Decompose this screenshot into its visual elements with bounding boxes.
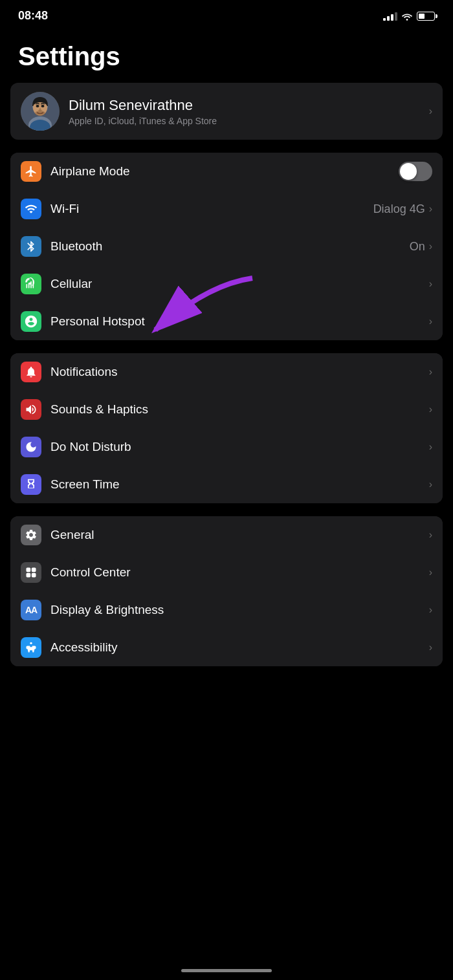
airplane-mode-toggle[interactable] [399, 162, 432, 181]
cellular-label: Cellular [50, 277, 92, 291]
svg-rect-13 [27, 568, 31, 572]
controlcenter-label: Control Center [50, 565, 131, 580]
svg-rect-10 [28, 283, 30, 288]
hotspot-row[interactable]: Personal Hotspot › [10, 303, 443, 340]
controlcenter-icon [21, 562, 41, 583]
profile-row[interactable]: Dilum Senevirathne Apple ID, iCloud, iTu… [10, 83, 443, 140]
airplane-mode-content: Airplane Mode [50, 162, 432, 181]
wifi-icon [21, 199, 41, 219]
page-title: Settings [18, 42, 435, 71]
sounds-chevron-icon: › [429, 404, 432, 415]
accessibility-label: Accessibility [50, 640, 117, 655]
notifications-label: Notifications [50, 365, 118, 379]
cellular-icon [21, 274, 41, 294]
screentime-content: Screen Time › [50, 477, 432, 492]
controlcenter-content: Control Center › [50, 565, 432, 580]
svg-rect-11 [30, 281, 32, 289]
hotspot-right: › [429, 316, 432, 327]
bluetooth-label: Bluetooth [50, 239, 102, 254]
svg-rect-9 [27, 284, 28, 289]
wifi-content: Wi-Fi Dialog 4G › [50, 202, 432, 216]
donotdisturb-icon [21, 437, 41, 457]
general-row[interactable]: General › [10, 516, 443, 554]
hotspot-label: Personal Hotspot [50, 314, 145, 329]
svg-point-5 [36, 105, 39, 107]
airplane-mode-row[interactable]: Airplane Mode [10, 153, 443, 190]
profile-section[interactable]: Dilum Senevirathne Apple ID, iCloud, iTu… [10, 83, 443, 140]
svg-rect-16 [32, 573, 36, 578]
accessibility-chevron-icon: › [429, 642, 432, 653]
cellular-content: Cellular › [50, 277, 432, 291]
donotdisturb-row[interactable]: Do Not Disturb › [10, 428, 443, 466]
battery-icon [417, 12, 435, 21]
profile-subtitle: Apple ID, iCloud, iTunes & App Store [69, 116, 429, 126]
notifications-chevron-icon: › [429, 366, 432, 378]
notifications-row[interactable]: Notifications › [10, 353, 443, 391]
wifi-status-icon [401, 12, 413, 21]
svg-rect-15 [27, 573, 31, 578]
status-bar: 08:48 [0, 0, 453, 29]
wifi-row[interactable]: Wi-Fi Dialog 4G › [10, 190, 443, 228]
controlcenter-chevron-icon: › [429, 567, 432, 578]
donotdisturb-chevron-icon: › [429, 441, 432, 453]
displaybrightness-content: Display & Brightness › [50, 603, 432, 617]
avatar [21, 92, 60, 131]
screentime-row[interactable]: Screen Time › [10, 466, 443, 503]
svg-rect-12 [33, 279, 34, 288]
cellular-row[interactable]: Cellular › [10, 265, 443, 303]
svg-rect-14 [32, 568, 36, 572]
svg-point-17 [30, 642, 32, 644]
accessibility-icon [21, 637, 41, 658]
wifi-value: Dialog 4G [373, 202, 425, 216]
sounds-content: Sounds & Haptics › [50, 402, 432, 417]
profile-name: Dilum Senevirathne [69, 97, 429, 114]
bluetooth-right: On › [410, 240, 432, 254]
home-indicator [181, 969, 272, 972]
status-time: 08:48 [18, 9, 48, 23]
screentime-chevron-icon: › [429, 479, 432, 490]
general-icon [21, 525, 41, 545]
status-icons [383, 12, 435, 21]
hotspot-icon [21, 311, 41, 332]
sounds-row[interactable]: Sounds & Haptics › [10, 391, 443, 428]
svg-point-7 [35, 111, 45, 116]
sounds-icon [21, 399, 41, 420]
general-chevron-icon: › [429, 529, 432, 541]
accessibility-content: Accessibility › [50, 640, 432, 655]
donotdisturb-content: Do Not Disturb › [50, 440, 432, 454]
signal-bars-icon [383, 12, 397, 21]
accessibility-row[interactable]: Accessibility › [10, 629, 443, 666]
wifi-label: Wi-Fi [50, 202, 79, 216]
hotspot-chevron-icon: › [429, 316, 432, 327]
bluetooth-row[interactable]: Bluetooth On › [10, 228, 443, 265]
displaybrightness-icon: AA [21, 600, 41, 620]
sounds-label: Sounds & Haptics [50, 402, 148, 417]
controlcenter-row[interactable]: Control Center › [10, 554, 443, 591]
wifi-right: Dialog 4G › [373, 202, 432, 216]
cellular-chevron-icon: › [429, 278, 432, 290]
screentime-label: Screen Time [50, 477, 120, 492]
settings-group-notifications: Notifications › Sounds & Haptics › Do No… [10, 353, 443, 503]
bluetooth-icon [21, 236, 41, 257]
screentime-icon [21, 474, 41, 495]
wifi-chevron-icon: › [429, 203, 432, 215]
profile-info: Dilum Senevirathne Apple ID, iCloud, iTu… [69, 97, 429, 126]
general-content: General › [50, 528, 432, 542]
bluetooth-content: Bluetooth On › [50, 239, 432, 254]
bluetooth-chevron-icon: › [429, 241, 432, 252]
airplane-mode-label: Airplane Mode [50, 164, 130, 179]
page-title-section: Settings [0, 29, 453, 83]
notifications-icon [21, 362, 41, 382]
displaybrightness-row[interactable]: AA Display & Brightness › [10, 591, 443, 629]
donotdisturb-label: Do Not Disturb [50, 440, 131, 454]
notifications-content: Notifications › [50, 365, 432, 379]
settings-group-display: General › Control Center › AA Display & … [10, 516, 443, 666]
hotspot-content: Personal Hotspot › [50, 314, 432, 329]
settings-group-network: Airplane Mode Wi-Fi Dialog 4G › [10, 153, 443, 340]
profile-chevron-icon: › [429, 105, 432, 117]
bluetooth-value: On [410, 240, 425, 254]
displaybrightness-chevron-icon: › [429, 604, 432, 616]
svg-point-0 [406, 19, 408, 21]
airplane-mode-icon [21, 161, 41, 182]
general-label: General [50, 528, 94, 542]
